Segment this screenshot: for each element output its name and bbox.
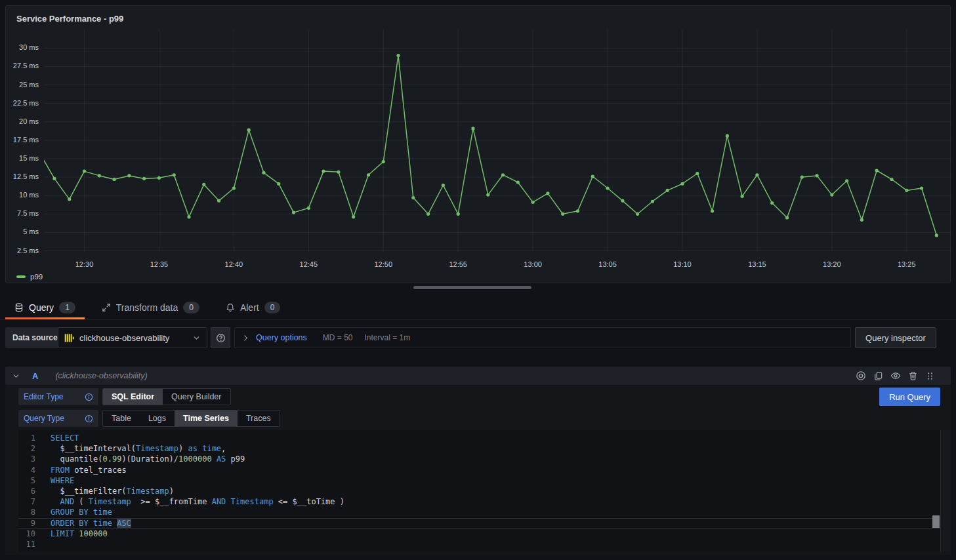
collapse-chevron-icon[interactable] xyxy=(12,372,20,380)
info-icon[interactable] xyxy=(85,414,93,423)
y-axis-tick-label: 22.5 ms xyxy=(6,99,39,107)
sql-code-editor[interactable]: 1SELECT2$__timeInterval(Timestamp) as ti… xyxy=(18,430,950,552)
chevron-down-icon xyxy=(192,334,201,342)
code-text: LIMIT 100000 xyxy=(51,529,108,539)
drag-handle-icon[interactable] xyxy=(925,371,935,381)
legend: p99 xyxy=(16,273,43,281)
tab-label: Query xyxy=(29,302,54,313)
x-axis-tick-label: 12:35 xyxy=(150,260,169,268)
clickhouse-logo-icon xyxy=(64,333,74,343)
code-line[interactable]: 8GROUP BY time xyxy=(18,507,940,517)
line-number: 4 xyxy=(18,465,35,475)
tab-divider xyxy=(0,319,956,320)
query-type-option-traces[interactable]: Traces xyxy=(238,410,280,426)
x-axis-tick-label: 12:45 xyxy=(300,260,318,268)
code-text: quantile(0.99)(Duration)/1000000 AS p99 xyxy=(51,454,245,464)
query-datasource-hint: (clickhouse-observability) xyxy=(55,371,147,380)
query-type-option-time-series[interactable]: Time Series xyxy=(175,410,238,426)
remove-query-icon[interactable] xyxy=(908,371,918,381)
x-axis-tick-label: 13:15 xyxy=(748,260,766,268)
y-axis-tick-label: 2.5 ms xyxy=(6,247,39,254)
tab-count-badge: 1 xyxy=(59,302,75,313)
query-type-label: Query Type xyxy=(18,410,98,427)
query-type-option-table[interactable]: Table xyxy=(103,410,140,426)
line-number: 11 xyxy=(18,539,35,550)
code-line[interactable]: 11 xyxy=(18,539,940,550)
query-options-link[interactable]: Query options xyxy=(256,333,307,342)
chevron-right-icon[interactable] xyxy=(241,334,250,342)
y-axis-tick-label: 27.5 ms xyxy=(6,62,39,70)
code-text: FROM otel_traces xyxy=(51,465,127,475)
editor-scrollbar-track xyxy=(940,430,950,552)
data-source-label: Data source xyxy=(5,327,65,348)
code-line[interactable]: 4FROM otel_traces xyxy=(18,465,940,475)
line-number: 7 xyxy=(18,496,35,507)
y-axis-tick-label: 20 ms xyxy=(6,117,39,125)
interval-value: Interval = 1m xyxy=(365,333,411,342)
code-line[interactable]: 3quantile(0.99)(Duration)/1000000 AS p99 xyxy=(18,454,940,464)
code-text: $__timeInterval(Timestamp) as time, xyxy=(51,443,226,454)
code-text: $__timeFilter(Timestamp) xyxy=(51,486,174,496)
editor-type-option-sql-editor[interactable]: SQL Editor xyxy=(103,389,163,405)
query-options-bar: Query options MD = 50 Interval = 1m xyxy=(234,327,851,348)
tab-alert[interactable]: Alert0 xyxy=(217,296,289,319)
editor-type-label: Editor Type xyxy=(18,388,98,405)
code-line[interactable]: 1SELECT xyxy=(18,433,940,443)
code-text: ORDER BY time ASC xyxy=(51,518,131,529)
editor-type-row: Editor Type SQL EditorQuery Builder xyxy=(18,388,231,405)
grafana-panel-edit-page: Service Performance - p99 2.5 ms5 ms7.5 … xyxy=(0,0,956,560)
query-row-header: A (clickhouse-observability) xyxy=(5,367,951,385)
y-axis-tick-label: 30 ms xyxy=(6,43,39,51)
horizontal-scrollbar-thumb[interactable] xyxy=(413,286,531,289)
tab-count-badge: 0 xyxy=(264,302,281,313)
code-text: GROUP BY time xyxy=(51,507,112,517)
help-icon[interactable] xyxy=(211,327,230,348)
x-axis-tick-label: 12:55 xyxy=(449,260,467,268)
data-source-picker[interactable]: clickhouse-observability xyxy=(58,327,207,348)
panel-title[interactable]: Service Performance - p99 xyxy=(16,14,123,24)
duplicate-query-icon[interactable] xyxy=(873,371,883,381)
x-axis-tick-label: 13:00 xyxy=(524,260,542,268)
editor-type-option-query-builder[interactable]: Query Builder xyxy=(163,389,230,405)
code-line[interactable]: 2$__timeInterval(Timestamp) as time, xyxy=(18,443,940,454)
code-line[interactable]: 5WHERE xyxy=(18,475,940,486)
tab-bar: Query1Transform data0Alert0 xyxy=(5,296,289,319)
code-line[interactable]: 10LIMIT 100000 xyxy=(18,529,940,539)
code-line[interactable]: 6$__timeFilter(Timestamp) xyxy=(18,486,940,496)
query-ref-id[interactable]: A xyxy=(32,371,38,381)
database-icon xyxy=(14,303,24,312)
tab-label: Alert xyxy=(240,302,259,313)
code-text: SELECT xyxy=(51,433,79,443)
editor-scrollbar-thumb[interactable] xyxy=(932,515,940,528)
tab-count-badge: 0 xyxy=(183,302,199,313)
y-axis-tick-label: 10 ms xyxy=(6,191,39,199)
transform-icon xyxy=(102,303,111,312)
data-source-value: clickhouse-observability xyxy=(79,333,169,343)
code-text: WHERE xyxy=(51,475,74,486)
chart-plot[interactable] xyxy=(44,30,951,256)
x-axis-tick-label: 13:25 xyxy=(898,260,916,268)
line-number: 9 xyxy=(18,518,35,529)
run-query-button[interactable]: Run Query xyxy=(879,388,940,406)
timeseries-panel: Service Performance - p99 2.5 ms5 ms7.5 … xyxy=(5,5,951,283)
info-icon[interactable] xyxy=(85,393,93,401)
y-axis-tick-label: 15 ms xyxy=(6,154,39,162)
code-line[interactable]: 7AND ( Timestamp >= $__fromTime AND Time… xyxy=(18,496,940,507)
x-axis-tick-label: 12:30 xyxy=(75,260,94,268)
editor-type-group: SQL EditorQuery Builder xyxy=(102,388,231,405)
x-axis-tick-label: 13:10 xyxy=(673,260,692,268)
tab-query[interactable]: Query1 xyxy=(5,296,85,319)
line-number: 6 xyxy=(18,486,35,496)
query-type-group: TableLogsTime SeriesTraces xyxy=(102,410,280,427)
query-inspector-button[interactable]: Query inspector xyxy=(855,327,936,348)
record-icon[interactable] xyxy=(856,370,866,381)
x-axis-tick-label: 12:50 xyxy=(374,260,392,268)
code-line[interactable]: 9ORDER BY time ASC xyxy=(18,518,940,529)
hide-response-icon[interactable] xyxy=(890,370,901,381)
y-axis-tick-label: 17.5 ms xyxy=(6,136,39,144)
legend-series-label[interactable]: p99 xyxy=(30,273,43,281)
tab-transform-data[interactable]: Transform data0 xyxy=(93,296,209,319)
y-axis-tick-label: 25 ms xyxy=(6,81,39,89)
query-type-option-logs[interactable]: Logs xyxy=(140,410,175,426)
code-text: AND ( Timestamp >= $__fromTime AND Times… xyxy=(51,496,344,507)
